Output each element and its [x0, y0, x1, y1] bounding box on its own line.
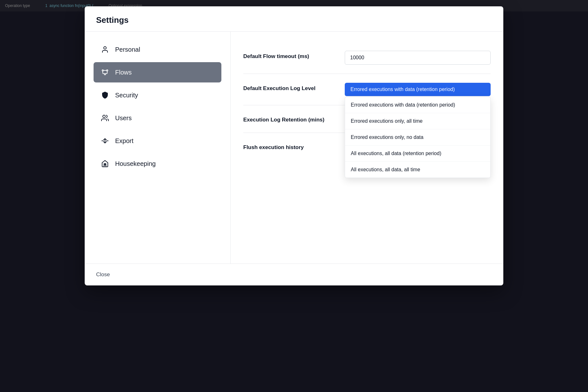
modal-overlay: Settings Personal	[0, 0, 588, 392]
dropdown-option-1[interactable]: Errored executions only, all time	[345, 113, 490, 129]
sidebar-item-flows[interactable]: Flows	[94, 62, 221, 82]
sidebar-item-housekeeping[interactable]: Housekeeping	[94, 154, 221, 174]
timeout-input[interactable]	[345, 51, 491, 65]
log-level-control: Errored executions with data (retention …	[345, 83, 491, 96]
modal-header: Settings	[85, 6, 503, 32]
sidebar-item-export-label: Export	[115, 137, 134, 145]
export-icon	[101, 136, 109, 145]
dropdown-option-0[interactable]: Errored executions with data (retention …	[345, 97, 490, 113]
log-level-dropdown-list: Errored executions with data (retention …	[345, 97, 491, 178]
close-button[interactable]: Close	[96, 270, 110, 279]
flows-icon	[101, 68, 109, 77]
settings-row-log-level: Default Execution Log Level Errored exec…	[243, 74, 491, 105]
dropdown-option-4[interactable]: All executions, all data, all time	[345, 162, 490, 178]
log-level-dropdown-selected[interactable]: Errored executions with data (retention …	[345, 83, 491, 96]
timeout-label: Default Flow timeout (ms)	[243, 51, 332, 60]
flush-label: Flush execution history	[243, 142, 332, 151]
close-button-label: Close	[96, 271, 110, 278]
settings-modal: Settings Personal	[85, 6, 503, 285]
sidebar-item-users-label: Users	[115, 114, 132, 122]
sidebar-item-flows-label: Flows	[115, 69, 132, 76]
svg-point-0	[104, 47, 106, 49]
dropdown-selected-text: Errored executions with data (retention …	[350, 87, 455, 92]
sidebar-item-security[interactable]: Security	[94, 85, 221, 105]
modal-title: Settings	[96, 15, 492, 25]
svg-point-3	[104, 74, 106, 75]
sidebar-item-security-label: Security	[115, 92, 138, 99]
person-icon	[101, 45, 109, 54]
sidebar-item-users[interactable]: Users	[94, 108, 221, 128]
sidebar-item-housekeeping-label: Housekeeping	[115, 160, 156, 167]
main-content-area: Default Flow timeout (ms) Default Execut…	[231, 32, 503, 264]
housekeeping-icon	[101, 159, 109, 168]
log-level-label: Default Execution Log Level	[243, 83, 332, 92]
settings-row-timeout: Default Flow timeout (ms)	[243, 42, 491, 74]
sidebar-item-personal[interactable]: Personal	[94, 39, 221, 60]
users-icon	[101, 114, 109, 122]
timeout-control	[345, 51, 491, 65]
retention-label: Execution Log Retention (mins)	[243, 114, 332, 124]
settings-sidebar: Personal Flows	[85, 32, 231, 264]
sidebar-item-export[interactable]: Export	[94, 131, 221, 151]
dropdown-option-2[interactable]: Errored executions only, no data	[345, 129, 490, 146]
svg-point-8	[104, 164, 106, 165]
dropdown-option-3[interactable]: All executions, all data (retention peri…	[345, 146, 490, 162]
svg-point-4	[103, 115, 105, 118]
modal-body: Personal Flows	[85, 32, 503, 264]
modal-footer: Close	[85, 264, 503, 285]
shield-icon	[101, 91, 109, 100]
sidebar-item-personal-label: Personal	[115, 46, 140, 53]
